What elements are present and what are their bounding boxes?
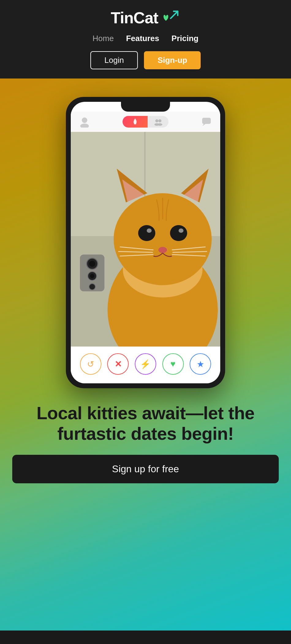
nav-home[interactable]: Home: [93, 34, 114, 43]
svg-point-3: [134, 123, 136, 125]
nav-features[interactable]: Features: [126, 34, 159, 43]
svg-point-2: [80, 124, 89, 128]
svg-line-0: [171, 11, 178, 18]
boost-button[interactable]: ⚡: [135, 353, 156, 375]
phone-mockup: ↺ ✕ ⚡ ♥ ★: [66, 97, 225, 388]
svg-point-1: [82, 117, 87, 123]
nope-button[interactable]: ✕: [107, 353, 129, 375]
svg-point-29: [179, 228, 183, 233]
svg-point-30: [158, 247, 167, 253]
svg-point-26: [138, 225, 155, 241]
button-row: Login Sign-up: [90, 51, 201, 69]
svg-point-18: [89, 284, 95, 290]
svg-point-27: [170, 225, 187, 241]
phone-notch: [121, 102, 170, 112]
cat-image: [71, 132, 220, 347]
svg-point-17: [90, 274, 94, 278]
signup-button[interactable]: Sign-up: [144, 51, 201, 69]
svg-marker-9: [202, 124, 206, 126]
chat-icon: [201, 116, 212, 128]
svg-point-15: [89, 261, 95, 267]
nav: Home Features Pricing: [93, 34, 198, 43]
login-button[interactable]: Login: [90, 51, 138, 69]
hero-cta-button[interactable]: Sign up for free: [12, 455, 279, 483]
logo-icon: [162, 9, 180, 27]
hero-section: ↺ ✕ ⚡ ♥ ★ Local kitties await—let the fu…: [0, 79, 291, 631]
nav-pricing[interactable]: Pricing: [172, 34, 198, 43]
hero-text: Local kitties await—let the furtastic da…: [9, 403, 282, 444]
action-buttons: ↺ ✕ ⚡ ♥ ★: [71, 347, 220, 383]
group-toggle[interactable]: [148, 116, 168, 128]
header: TinCat Home Features Pricing Login Sign-…: [0, 0, 291, 79]
fire-toggle[interactable]: [123, 116, 148, 128]
svg-point-28: [147, 228, 152, 233]
svg-rect-8: [202, 118, 211, 124]
svg-point-4: [155, 119, 158, 122]
like-button[interactable]: ♥: [162, 353, 184, 375]
match-toggle[interactable]: [123, 116, 168, 128]
svg-point-7: [157, 123, 162, 126]
logo-text: TinCat: [111, 9, 158, 27]
profile-icon: [79, 116, 90, 128]
hero-headline: Local kitties await—let the furtastic da…: [18, 403, 273, 444]
superlike-button[interactable]: ★: [190, 353, 211, 375]
svg-point-6: [158, 119, 161, 122]
undo-button[interactable]: ↺: [80, 353, 101, 375]
logo-row: TinCat: [111, 9, 180, 27]
app-topbar: [71, 112, 220, 132]
phone-screen: ↺ ✕ ⚡ ♥ ★: [71, 102, 220, 383]
